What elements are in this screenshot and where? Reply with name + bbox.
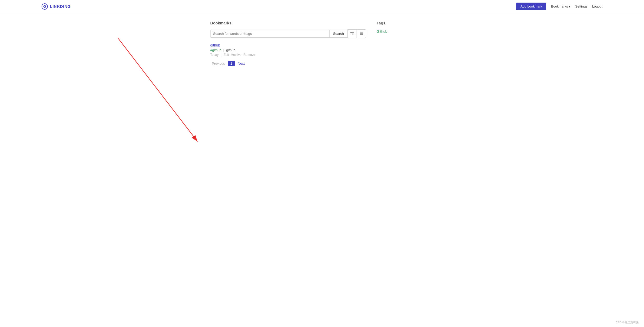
svg-line-11 xyxy=(118,38,198,74)
previous-page-link[interactable]: Previous xyxy=(210,61,227,66)
bookmark-description: github xyxy=(226,48,235,52)
bookmarks-nav-link[interactable]: Bookmarks ▾ xyxy=(551,4,570,8)
add-bookmark-button[interactable]: Add bookmark xyxy=(516,3,546,10)
svg-rect-8 xyxy=(360,33,363,34)
next-page-link[interactable]: Next xyxy=(236,61,246,66)
bookmarks-title: Bookmarks xyxy=(210,21,366,25)
filter-icon xyxy=(350,32,354,36)
tag-cloud: Github xyxy=(377,29,434,35)
nav-logo-area: LINKDING xyxy=(42,3,71,10)
archive-link[interactable]: Archive xyxy=(231,53,241,57)
settings-nav-link[interactable]: Settings xyxy=(575,4,587,8)
main-content: Bookmarks Search xyxy=(205,13,439,74)
tag-separator: | xyxy=(223,48,224,52)
bulk-action-icon-button[interactable] xyxy=(357,29,366,38)
search-bar: Search xyxy=(210,29,366,38)
bookmark-list: github #github | github Today | Edit Arc… xyxy=(210,43,366,57)
tags-title: Tags xyxy=(377,21,434,25)
tag-link[interactable]: Github xyxy=(377,29,387,34)
nav-actions: Add bookmark Bookmarks ▾ Settings Logout xyxy=(516,3,602,10)
svg-point-2 xyxy=(44,6,45,7)
bookmark-title: github xyxy=(210,43,366,47)
svg-rect-9 xyxy=(360,34,363,35)
remove-link[interactable]: Remove xyxy=(244,53,255,57)
edit-link[interactable]: Edit xyxy=(224,53,229,57)
table-row: github #github | github Today | Edit Arc… xyxy=(210,43,366,57)
logo-icon xyxy=(42,3,48,10)
search-button[interactable]: Search xyxy=(329,30,347,38)
logout-nav-link[interactable]: Logout xyxy=(592,4,602,8)
pagination: Previous 1 Next xyxy=(210,61,366,66)
search-input[interactable] xyxy=(210,30,329,38)
bookmark-tags: #github | github xyxy=(210,48,366,52)
bookmark-date: Today xyxy=(210,53,219,57)
bookmark-meta: Today | Edit Archive Remove xyxy=(210,53,366,57)
bulk-icon xyxy=(360,32,363,36)
app-name: LINKDING xyxy=(50,4,71,9)
meta-separator: | xyxy=(221,53,221,57)
current-page: 1 xyxy=(228,61,235,66)
chevron-down-icon: ▾ xyxy=(569,4,570,8)
navbar: LINKDING Add bookmark Bookmarks ▾ Settin… xyxy=(0,0,644,13)
filter-icon-button[interactable] xyxy=(347,29,357,38)
bookmark-tag-link[interactable]: #github xyxy=(210,48,221,52)
bookmark-link[interactable]: github xyxy=(210,43,220,47)
svg-rect-7 xyxy=(360,32,363,32)
bookmarks-panel: Bookmarks Search xyxy=(210,21,366,66)
tags-panel: Tags Github xyxy=(377,21,434,66)
